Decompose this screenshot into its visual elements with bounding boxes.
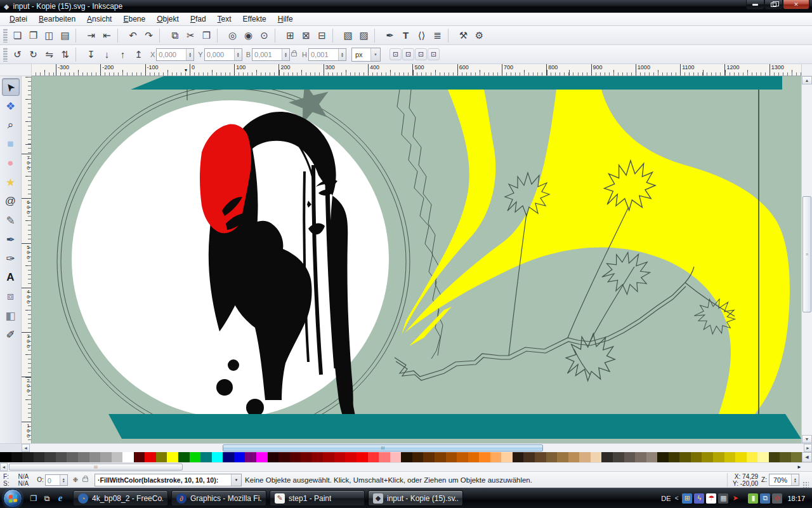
scroll-down-icon[interactable]: ▼ xyxy=(802,435,812,443)
palette-swatch[interactable] xyxy=(691,452,702,462)
avira-antivirus-icon[interactable]: ☂ xyxy=(706,493,716,504)
palette-swatch[interactable] xyxy=(134,452,145,462)
palette-swatch[interactable] xyxy=(702,452,713,462)
palette-swatch[interactable] xyxy=(256,452,268,462)
copy-icon[interactable]: ⧉ xyxy=(167,28,183,43)
palette-swatch[interactable] xyxy=(323,452,334,462)
palette-swatch[interactable] xyxy=(401,452,412,462)
flip-horizontal-icon[interactable]: ⇋ xyxy=(41,47,57,62)
horizontal-scrollbar[interactable]: ◄ III ► xyxy=(22,443,812,452)
palette-swatch[interactable] xyxy=(11,452,23,462)
palette-swatch[interactable] xyxy=(334,452,346,462)
rotate-cw-icon[interactable]: ↻ xyxy=(25,47,41,62)
palette-scroll-right-icon[interactable]: ► xyxy=(797,464,802,470)
width-spinner-arrows[interactable]: ▲▼ xyxy=(282,49,289,60)
palette-swatch[interactable] xyxy=(468,452,480,462)
menu-ebene[interactable]: Ebene xyxy=(117,13,151,25)
palette-swatch[interactable] xyxy=(535,452,546,462)
vertical-ruler[interactable]: 700600500400300200100 xyxy=(22,76,32,443)
language-indicator[interactable]: DE xyxy=(661,495,671,502)
palette-swatch[interactable] xyxy=(791,452,802,462)
toggle-corners-icon[interactable]: ⊡ xyxy=(402,48,414,60)
connector-tool[interactable]: ⧈ xyxy=(2,288,20,305)
y-field[interactable]: 0,000▲▼ xyxy=(204,48,242,61)
palette-swatch[interactable] xyxy=(345,452,357,462)
palette-swatch[interactable] xyxy=(112,452,123,462)
palette-swatch[interactable] xyxy=(44,452,56,462)
scroll-left-icon[interactable]: ◄ xyxy=(22,444,30,452)
cut-icon[interactable]: ✂ xyxy=(183,28,199,43)
toggle-gradients-icon[interactable]: ⊡ xyxy=(415,48,427,60)
palette-swatch[interactable] xyxy=(200,452,212,462)
palette-swatch[interactable] xyxy=(212,452,223,462)
pencil-tool[interactable]: ✎ xyxy=(2,211,20,229)
xml-editor-icon[interactable]: ⟨⟩ xyxy=(414,28,429,43)
palette-swatch[interactable] xyxy=(78,452,89,462)
width-field[interactable]: 0,001▲▼ xyxy=(252,48,290,61)
palette-swatch[interactable] xyxy=(669,452,680,462)
palette-swatch[interactable] xyxy=(724,452,736,462)
height-spinner-arrows[interactable]: ▲▼ xyxy=(338,49,346,60)
palette-swatch[interactable] xyxy=(245,452,256,462)
palette-swatch[interactable] xyxy=(223,452,234,462)
palette-swatch[interactable] xyxy=(301,452,312,462)
toolbar-drag-handle[interactable] xyxy=(3,48,8,62)
palette-scrollbar-thumb[interactable]: III xyxy=(9,464,183,471)
palette-swatch[interactable] xyxy=(34,452,45,462)
palette-swatch[interactable] xyxy=(591,452,602,462)
text-tool[interactable]: A xyxy=(2,269,20,286)
scroll-right-icon[interactable]: ► xyxy=(804,444,812,452)
palette-swatch[interactable] xyxy=(679,452,691,462)
edit-objects-icon[interactable]: ▧ xyxy=(340,28,356,43)
preferences-icon[interactable]: ⚒ xyxy=(455,28,471,43)
close-button[interactable]: ✕ xyxy=(783,0,809,10)
toolbar-drag-handle[interactable] xyxy=(3,29,8,43)
star-tool[interactable]: ★ xyxy=(2,173,20,191)
node-tool[interactable]: ❖ xyxy=(2,97,20,115)
menu-objekt[interactable]: Objekt xyxy=(151,13,185,25)
toggle-patterns-icon[interactable]: ⊡ xyxy=(428,48,440,60)
horizontal-ruler[interactable]: -300-200-1000100200300400500600700800900… xyxy=(32,64,801,76)
network-status-icon[interactable]: ⧉ xyxy=(760,493,770,504)
palette-swatch[interactable] xyxy=(379,452,390,462)
menu-pfad[interactable]: Pfad xyxy=(185,13,212,25)
menu-ansicht[interactable]: Ansicht xyxy=(81,13,117,25)
teal-band-bottom[interactable] xyxy=(108,414,801,439)
minimize-button[interactable] xyxy=(746,0,764,10)
internet-explorer-icon[interactable]: e xyxy=(55,493,66,504)
palette-swatch[interactable] xyxy=(0,452,11,462)
palette-swatch[interactable] xyxy=(657,452,669,462)
pen-tool[interactable]: ✒ xyxy=(2,231,20,248)
palette-swatch[interactable] xyxy=(423,452,435,462)
palette-swatch[interactable] xyxy=(635,452,646,462)
zoom-page-icon[interactable]: ⊙ xyxy=(256,28,272,43)
vertical-scrollbar[interactable]: ▲ ≡ ▼ xyxy=(801,76,812,443)
toggle-scale-stroke-icon[interactable]: ⊡ xyxy=(390,48,402,60)
open-document-icon[interactable]: ❐ xyxy=(25,28,41,43)
display-settings-icon[interactable]: ▦ xyxy=(718,493,728,504)
menu-bearbeiten[interactable]: Bearbeiten xyxy=(33,13,81,25)
palette-swatch[interactable] xyxy=(579,452,591,462)
create-clone-icon[interactable]: ⊠ xyxy=(298,28,314,43)
vertical-scrollbar-thumb[interactable]: ≡ xyxy=(802,196,811,312)
palette-swatch[interactable] xyxy=(624,452,636,462)
menu-text[interactable]: Text xyxy=(212,13,237,25)
taskbar-button-inkscape[interactable]: ◆ input - Kopie (15).sv... xyxy=(368,490,463,506)
drawing-canvas[interactable] xyxy=(32,76,801,443)
palette-scrollbar[interactable]: ◄ III ► xyxy=(0,462,812,471)
palette-swatch[interactable] xyxy=(312,452,324,462)
menu-datei[interactable]: Datei xyxy=(4,13,33,25)
palette-swatch[interactable] xyxy=(613,452,624,462)
taskbar-button-paint[interactable]: ✎ step1 - Paint xyxy=(270,490,365,506)
windows-update-icon[interactable]: ⊞ xyxy=(682,493,692,504)
palette-swatch[interactable] xyxy=(290,452,301,462)
menu-hilfe[interactable]: Hilfe xyxy=(272,13,299,25)
palette-swatch[interactable] xyxy=(412,452,424,462)
palette-swatch[interactable] xyxy=(56,452,67,462)
volume-muted-icon[interactable]: ⊘ xyxy=(772,493,782,504)
palette-swatch[interactable] xyxy=(735,452,747,462)
flip-vertical-icon[interactable]: ⇅ xyxy=(57,47,73,62)
lock-ratio-icon[interactable] xyxy=(291,52,297,57)
raise-to-top-icon[interactable]: ↥ xyxy=(131,47,147,62)
opacity-field[interactable]: 0▲▼ xyxy=(45,474,68,486)
